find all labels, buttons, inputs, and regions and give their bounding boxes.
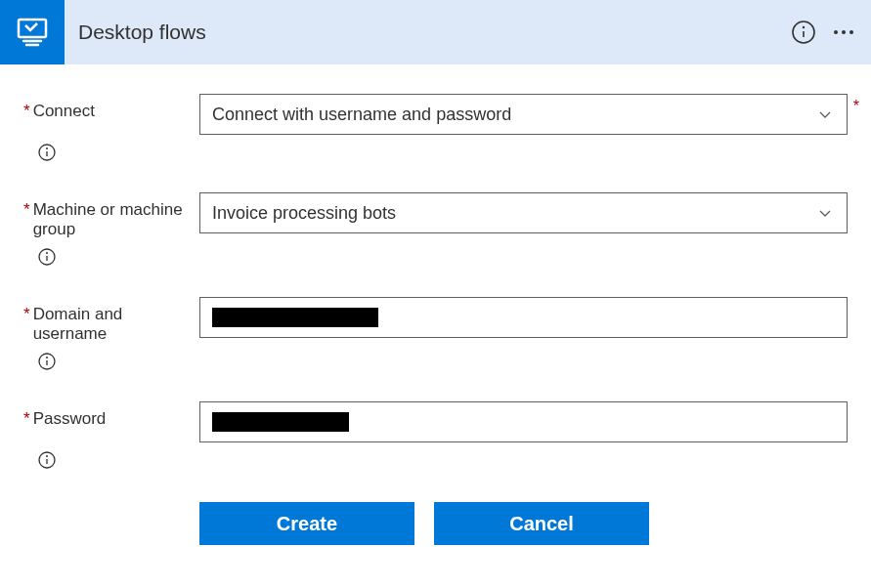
password-label-text: Password <box>33 409 107 429</box>
domain-row: * Domain and username <box>23 297 848 344</box>
domain-label: * Domain and username <box>23 297 199 344</box>
redacted-value <box>212 412 349 432</box>
header: Desktop flows <box>0 0 871 64</box>
page-title: Desktop flows <box>78 21 206 44</box>
svg-point-5 <box>842 30 846 34</box>
info-header-icon[interactable] <box>791 20 816 45</box>
machine-label: * Machine or machine group <box>23 192 199 239</box>
svg-point-12 <box>46 252 48 254</box>
info-icon <box>37 247 57 267</box>
form-body: * Connect Connect with username and pass… <box>0 64 871 568</box>
chevron-down-icon <box>815 203 835 223</box>
connect-info[interactable] <box>37 143 848 165</box>
connect-value: Connect with username and password <box>212 105 511 125</box>
password-label: * Password <box>23 401 199 429</box>
info-icon <box>37 143 57 162</box>
app-logo <box>0 0 65 64</box>
connect-label-text: Connect <box>33 102 95 121</box>
svg-point-9 <box>46 147 48 149</box>
chevron-down-icon <box>815 105 835 124</box>
redacted-value <box>212 308 378 327</box>
required-asterisk: * <box>23 409 30 429</box>
connect-select[interactable]: Connect with username and password <box>199 94 848 135</box>
machine-select[interactable]: Invoice processing bots <box>199 192 848 233</box>
cancel-button[interactable]: Cancel <box>434 502 649 545</box>
button-row: Create Cancel <box>199 502 848 545</box>
machine-value: Invoice processing bots <box>212 203 396 224</box>
domain-username-field[interactable] <box>199 297 848 338</box>
password-field[interactable] <box>199 401 848 442</box>
required-asterisk: * <box>23 200 30 220</box>
required-asterisk: * <box>23 305 30 324</box>
svg-point-6 <box>849 30 853 34</box>
svg-point-3 <box>803 26 805 28</box>
create-button[interactable]: Create <box>199 502 414 545</box>
domain-label-text: Domain and username <box>33 305 199 344</box>
connect-row: * Connect Connect with username and pass… <box>23 94 848 135</box>
password-info[interactable] <box>37 450 848 473</box>
svg-point-15 <box>46 357 48 358</box>
machine-row: * Machine or machine group Invoice proce… <box>23 192 848 239</box>
more-actions-icon[interactable] <box>830 19 857 46</box>
info-icon <box>37 352 57 371</box>
domain-info[interactable] <box>37 352 848 374</box>
info-icon <box>37 450 57 470</box>
machine-label-text: Machine or machine group <box>33 200 199 239</box>
required-asterisk: * <box>853 98 859 115</box>
svg-point-4 <box>834 30 838 34</box>
machine-info[interactable] <box>37 247 848 270</box>
svg-point-18 <box>46 455 48 457</box>
connect-label: * Connect <box>23 94 199 121</box>
password-row: * Password <box>23 401 848 442</box>
required-asterisk: * <box>23 102 30 121</box>
